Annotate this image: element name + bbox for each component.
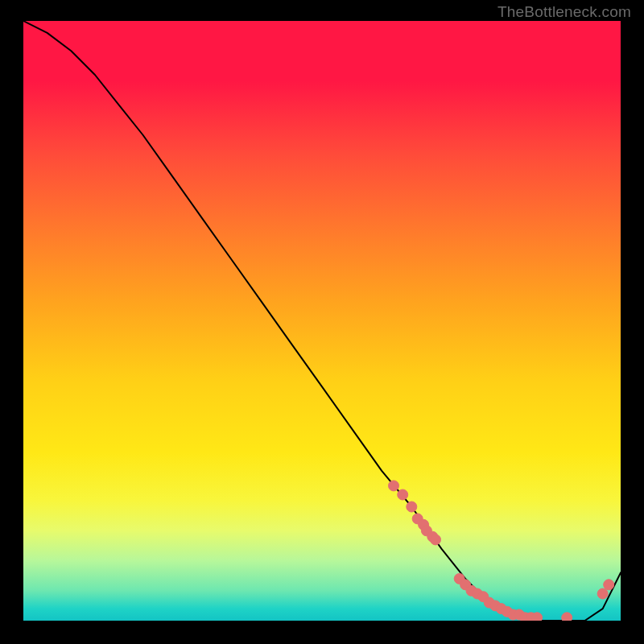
highlight-point xyxy=(407,502,417,512)
bottleneck-curve-line xyxy=(23,21,621,621)
highlight-point xyxy=(597,588,608,599)
highlight-points-group xyxy=(389,481,614,621)
highlight-point xyxy=(604,580,614,590)
chart-svg xyxy=(23,21,621,621)
highlight-point xyxy=(562,613,572,621)
chart-container: TheBottleneck.com xyxy=(0,0,644,644)
highlight-point xyxy=(389,481,399,491)
highlight-point xyxy=(431,535,441,545)
highlight-point xyxy=(398,489,408,500)
highlight-point xyxy=(532,613,543,621)
watermark-text: TheBottleneck.com xyxy=(497,3,631,21)
plot-area xyxy=(23,21,621,621)
